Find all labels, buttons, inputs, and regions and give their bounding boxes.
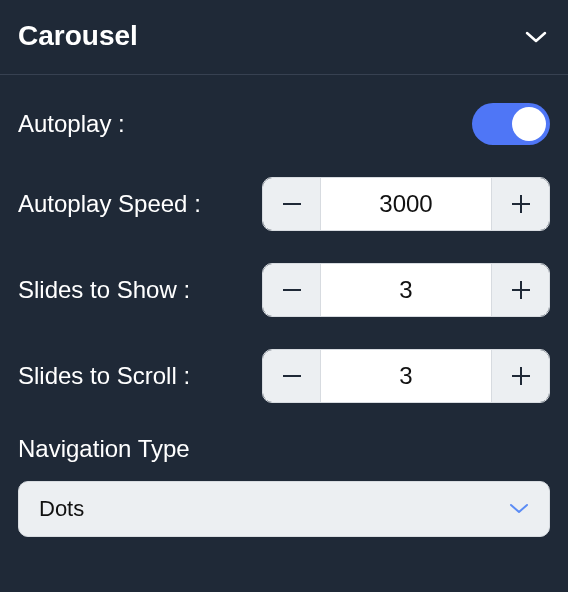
- svg-rect-3: [283, 289, 301, 291]
- svg-rect-2: [512, 203, 530, 205]
- autoplay-speed-value[interactable]: 3000: [321, 178, 491, 230]
- panel-body: Autoplay : Autoplay Speed : 3000 Slides …: [0, 75, 568, 555]
- slides-to-show-stepper: 3: [262, 263, 550, 317]
- slides-to-scroll-decrement-button[interactable]: [263, 350, 321, 402]
- slides-to-scroll-stepper: 3: [262, 349, 550, 403]
- panel-header[interactable]: Carousel: [0, 0, 568, 75]
- slides-to-scroll-row: Slides to Scroll : 3: [18, 349, 550, 403]
- collapse-chevron-icon[interactable]: [522, 22, 550, 50]
- autoplay-speed-stepper: 3000: [262, 177, 550, 231]
- navigation-type-label: Navigation Type: [18, 435, 550, 463]
- toggle-knob: [512, 107, 546, 141]
- slides-to-show-row: Slides to Show : 3: [18, 263, 550, 317]
- autoplay-speed-label: Autoplay Speed :: [18, 190, 201, 218]
- svg-rect-5: [512, 289, 530, 291]
- svg-rect-6: [283, 375, 301, 377]
- autoplay-speed-increment-button[interactable]: [491, 178, 549, 230]
- slides-to-scroll-label: Slides to Scroll :: [18, 362, 190, 390]
- slides-to-show-increment-button[interactable]: [491, 264, 549, 316]
- svg-rect-0: [283, 203, 301, 205]
- autoplay-toggle[interactable]: [472, 103, 550, 145]
- navigation-type-value: Dots: [39, 496, 84, 522]
- slides-to-scroll-increment-button[interactable]: [491, 350, 549, 402]
- slides-to-show-decrement-button[interactable]: [263, 264, 321, 316]
- slides-to-show-label: Slides to Show :: [18, 276, 190, 304]
- slides-to-show-value[interactable]: 3: [321, 264, 491, 316]
- svg-rect-8: [512, 375, 530, 377]
- panel-title: Carousel: [18, 20, 138, 52]
- autoplay-speed-row: Autoplay Speed : 3000: [18, 177, 550, 231]
- slides-to-scroll-value[interactable]: 3: [321, 350, 491, 402]
- chevron-down-icon: [509, 500, 529, 518]
- autoplay-label: Autoplay :: [18, 110, 125, 138]
- navigation-type-select[interactable]: Dots: [18, 481, 550, 537]
- autoplay-speed-decrement-button[interactable]: [263, 178, 321, 230]
- autoplay-row: Autoplay :: [18, 103, 550, 145]
